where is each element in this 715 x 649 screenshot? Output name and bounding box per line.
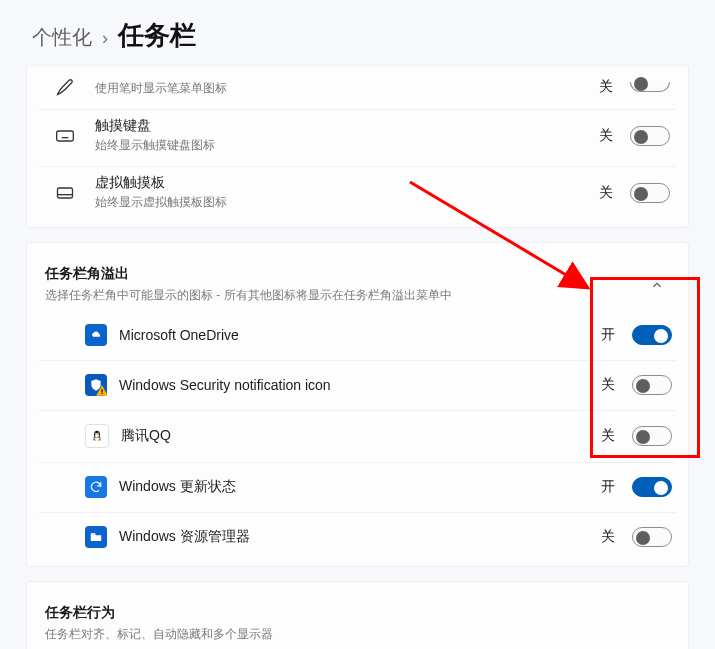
svg-point-8 bbox=[96, 433, 97, 434]
toggle-state-label: 关 bbox=[594, 427, 622, 445]
toggle-state-label: 关 bbox=[594, 528, 622, 546]
windows-update-icon bbox=[85, 476, 107, 498]
windows-security-icon bbox=[85, 374, 107, 396]
svg-point-10 bbox=[96, 434, 98, 435]
qq-toggle[interactable] bbox=[632, 426, 672, 446]
touchpad-icon bbox=[45, 183, 85, 203]
overflow-app-label: Windows 更新状态 bbox=[107, 478, 594, 496]
overflow-app-explorer[interactable]: Windows 资源管理器 关 bbox=[27, 512, 688, 562]
svg-rect-3 bbox=[101, 393, 102, 394]
chevron-up-icon bbox=[644, 278, 670, 292]
toggle-state-label: 开 bbox=[594, 326, 622, 344]
pen-menu-toggle[interactable] bbox=[630, 82, 670, 92]
taskbar-behaviors-card[interactable]: 任务栏行为 任务栏对齐、标记、自动隐藏和多个显示器 bbox=[26, 581, 689, 649]
touch-keyboard-toggle[interactable] bbox=[630, 126, 670, 146]
breadcrumb-separator: › bbox=[102, 28, 108, 49]
toggle-state-label: 关 bbox=[594, 376, 622, 394]
corner-item-desc: 始终显示触摸键盘图标 bbox=[95, 137, 592, 154]
taskbar-overflow-card: 任务栏角溢出 选择任务栏角中可能显示的图标 - 所有其他图标将显示在任务栏角溢出… bbox=[26, 242, 689, 567]
overflow-app-label: Windows Security notification icon bbox=[107, 377, 594, 393]
corner-item-title: 触摸键盘 bbox=[95, 117, 592, 135]
svg-rect-13 bbox=[91, 533, 96, 535]
taskbar-corner-icons-card: 使用笔时显示笔菜单图标 关 触摸键盘 始终显示触摸键盘图标 关 虚拟触摸板 始终… bbox=[26, 67, 689, 228]
breadcrumb-current: 任务栏 bbox=[118, 18, 196, 53]
onedrive-icon bbox=[85, 324, 107, 346]
overflow-app-windows-update[interactable]: Windows 更新状态 开 bbox=[27, 462, 688, 512]
explorer-toggle[interactable] bbox=[632, 527, 672, 547]
windows-security-toggle[interactable] bbox=[632, 375, 672, 395]
corner-item-touch-keyboard[interactable]: 触摸键盘 始终显示触摸键盘图标 关 bbox=[27, 109, 688, 166]
svg-point-12 bbox=[97, 440, 100, 441]
overflow-app-label: Windows 资源管理器 bbox=[107, 528, 594, 546]
keyboard-icon bbox=[45, 126, 85, 146]
overflow-header-row[interactable]: 任务栏角溢出 选择任务栏角中可能显示的图标 - 所有其他图标将显示在任务栏角溢出… bbox=[27, 247, 688, 310]
corner-item-desc: 始终显示虚拟触摸板图标 bbox=[95, 194, 592, 211]
svg-point-11 bbox=[94, 440, 97, 441]
overflow-desc: 选择任务栏角中可能显示的图标 - 所有其他图标将显示在任务栏角溢出菜单中 bbox=[45, 287, 644, 304]
toggle-state-label: 关 bbox=[592, 184, 620, 202]
behaviors-desc: 任务栏对齐、标记、自动隐藏和多个显示器 bbox=[45, 626, 670, 643]
svg-rect-1 bbox=[58, 188, 73, 198]
svg-rect-0 bbox=[57, 131, 74, 141]
svg-rect-2 bbox=[101, 389, 102, 392]
virtual-touchpad-toggle[interactable] bbox=[630, 183, 670, 203]
corner-item-virtual-touchpad[interactable]: 虚拟触摸板 始终显示虚拟触摸板图标 关 bbox=[27, 166, 688, 223]
overflow-app-label: Microsoft OneDrive bbox=[107, 327, 594, 343]
explorer-icon bbox=[85, 526, 107, 548]
overflow-app-label: 腾讯QQ bbox=[109, 427, 594, 445]
onedrive-toggle[interactable] bbox=[632, 325, 672, 345]
windows-update-toggle[interactable] bbox=[632, 477, 672, 497]
toggle-state-label: 关 bbox=[592, 127, 620, 145]
behaviors-title: 任务栏行为 bbox=[45, 604, 670, 622]
overflow-app-windows-security[interactable]: Windows Security notification icon 关 bbox=[27, 360, 688, 410]
overflow-app-onedrive[interactable]: Microsoft OneDrive 开 bbox=[27, 310, 688, 360]
corner-item-desc: 使用笔时显示笔菜单图标 bbox=[95, 80, 592, 97]
breadcrumb: 个性化 › 任务栏 bbox=[0, 0, 715, 67]
pen-icon bbox=[45, 77, 85, 97]
svg-point-9 bbox=[98, 433, 99, 434]
toggle-state-label: 开 bbox=[594, 478, 622, 496]
breadcrumb-prev[interactable]: 个性化 bbox=[32, 24, 92, 51]
overflow-title: 任务栏角溢出 bbox=[45, 265, 644, 283]
qq-icon bbox=[85, 424, 109, 448]
corner-item-pen-menu[interactable]: 使用笔时显示笔菜单图标 关 bbox=[27, 77, 688, 109]
toggle-state-label: 关 bbox=[592, 78, 620, 96]
corner-item-title: 虚拟触摸板 bbox=[95, 174, 592, 192]
overflow-app-qq[interactable]: 腾讯QQ 关 bbox=[27, 410, 688, 462]
